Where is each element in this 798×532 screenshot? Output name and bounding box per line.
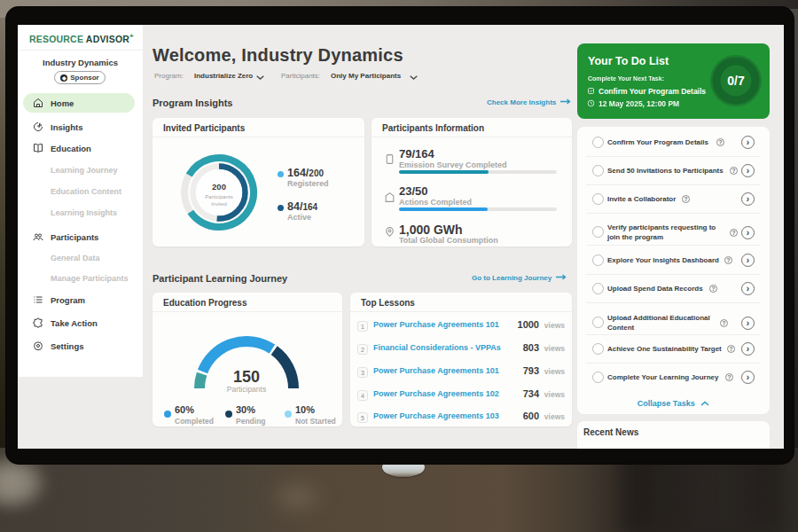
svg-text:150: 150: [233, 368, 260, 386]
svg-text:Invited: Invited: [211, 201, 227, 207]
svg-text:0/7: 0/7: [727, 74, 745, 88]
svg-text:Participants: Participants: [227, 385, 266, 394]
svg-text:200: 200: [212, 182, 226, 192]
svg-text:Participants: Participants: [205, 194, 232, 200]
